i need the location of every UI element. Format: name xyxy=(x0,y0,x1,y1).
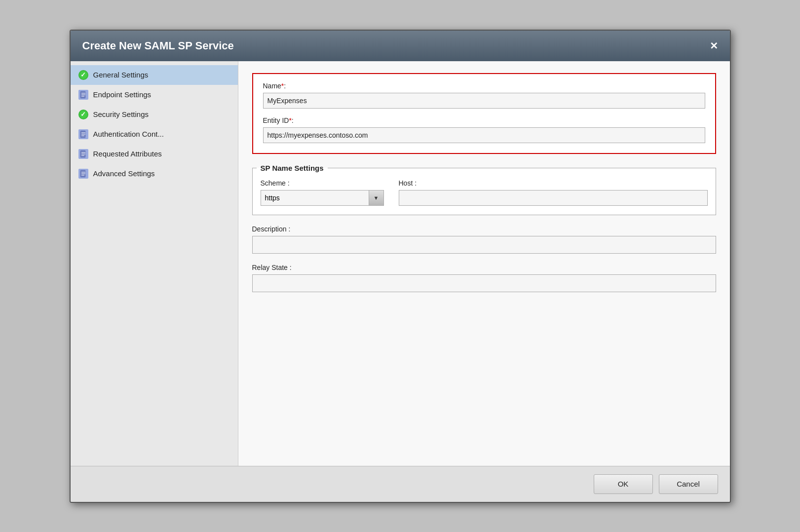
entity-id-label: Entity ID*: xyxy=(263,116,705,124)
ok-button[interactable]: OK xyxy=(594,474,653,494)
scheme-dropdown-arrow[interactable]: ▼ xyxy=(369,190,384,206)
description-input[interactable] xyxy=(252,236,716,254)
entity-id-input[interactable] xyxy=(263,127,705,143)
cancel-button[interactable]: Cancel xyxy=(659,474,718,494)
scheme-select-wrapper: https http ▼ xyxy=(261,190,389,206)
scheme-field: Scheme : https http ▼ xyxy=(261,179,389,206)
relay-state-input[interactable] xyxy=(252,274,716,292)
sp-name-settings-content: Scheme : https http ▼ Host : xyxy=(253,172,716,215)
sidebar-item-authentication-cont[interactable]: Authentication Cont... xyxy=(71,124,238,144)
scheme-select[interactable]: https http xyxy=(261,190,369,206)
gray-page-icon xyxy=(78,90,88,100)
dialog-title: Create New SAML SP Service xyxy=(82,39,234,52)
sidebar-item-requested-attributes[interactable]: Requested Attributes xyxy=(71,144,238,164)
main-content: Name*: Entity ID*: SP Name Settings xyxy=(238,61,730,466)
sidebar-item-endpoint-settings[interactable]: Endpoint Settings xyxy=(71,85,238,105)
name-label: Name*: xyxy=(263,82,705,90)
sidebar-item-security-settings[interactable]: ✓Security Settings xyxy=(71,105,238,124)
sidebar-item-label: Security Settings xyxy=(93,110,149,118)
host-input[interactable] xyxy=(399,190,708,206)
host-field: Host : xyxy=(399,179,708,206)
gray-page-icon xyxy=(78,149,88,159)
dialog: Create New SAML SP Service ✕ ✓General Se… xyxy=(70,30,731,503)
green-check-icon: ✓ xyxy=(78,70,88,80)
required-fields-box: Name*: Entity ID*: xyxy=(252,73,716,154)
dialog-header: Create New SAML SP Service ✕ xyxy=(71,31,730,61)
gray-page-icon xyxy=(78,169,88,179)
close-button[interactable]: ✕ xyxy=(710,41,718,51)
gray-page-icon xyxy=(78,129,88,139)
green-check-icon: ✓ xyxy=(78,110,88,119)
sp-name-settings-fieldset: SP Name Settings Scheme : https http ▼ xyxy=(252,164,716,215)
sidebar-item-label: Advanced Settings xyxy=(93,169,155,178)
sidebar-item-label: Authentication Cont... xyxy=(93,130,164,138)
dialog-footer: OK Cancel xyxy=(71,466,730,502)
entity-id-field-group: Entity ID*: xyxy=(263,116,705,143)
relay-state-label: Relay State : xyxy=(252,264,716,271)
host-label: Host : xyxy=(399,179,708,187)
description-field-group: Description : xyxy=(252,225,716,254)
sidebar-item-advanced-settings[interactable]: Advanced Settings xyxy=(71,164,238,184)
name-input[interactable] xyxy=(263,93,705,109)
dialog-body: ✓General SettingsEndpoint Settings✓Secur… xyxy=(71,61,730,466)
sidebar-item-label: Requested Attributes xyxy=(93,150,162,158)
sidebar-item-label: General Settings xyxy=(93,71,149,79)
description-label: Description : xyxy=(252,225,716,233)
sidebar: ✓General SettingsEndpoint Settings✓Secur… xyxy=(71,61,238,466)
scheme-host-row: Scheme : https http ▼ Host : xyxy=(261,179,708,206)
sp-name-settings-legend: SP Name Settings xyxy=(257,164,328,172)
name-field-group: Name*: xyxy=(263,82,705,109)
scheme-label: Scheme : xyxy=(261,179,389,187)
sidebar-item-label: Endpoint Settings xyxy=(93,90,152,99)
relay-state-field-group: Relay State : xyxy=(252,264,716,292)
sidebar-item-general-settings[interactable]: ✓General Settings xyxy=(71,65,238,85)
